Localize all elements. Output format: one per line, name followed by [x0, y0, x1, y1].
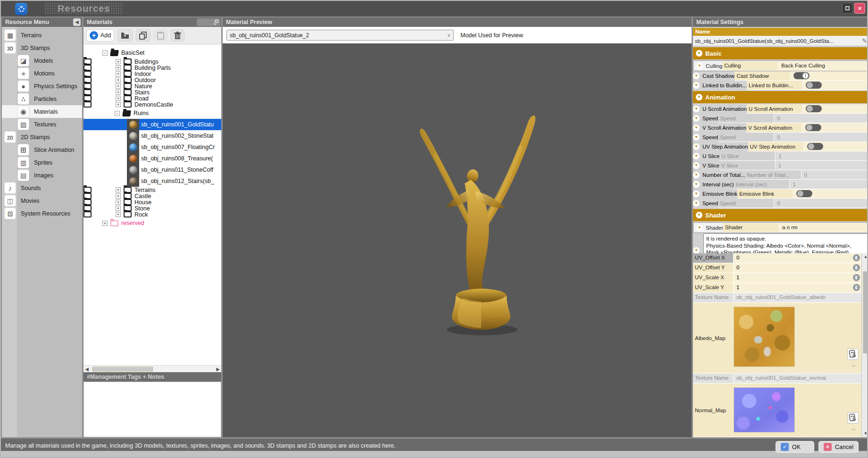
section-header[interactable]: ▼ Speed: [693, 133, 718, 142]
section-header[interactable]: ▼ Basic: [696, 50, 722, 57]
property-value[interactable]: 0 ▼: [774, 133, 868, 142]
window-menu-button[interactable]: [842, 3, 853, 14]
tree-expander[interactable]: +: [116, 65, 121, 70]
sidebar-item[interactable]: System Resources: [2, 207, 82, 220]
ok-button[interactable]: ✓ OK: [776, 441, 814, 453]
section-header[interactable]: ▼ Linked to Buildin...: [693, 81, 747, 90]
material-name-field[interactable]: sb_obj_ruins001_GoldStatue(sb_obj_ruins0…: [693, 36, 868, 46]
tree-expander[interactable]: +: [116, 212, 121, 217]
spinner-icon[interactable]: [853, 264, 860, 271]
tree-expander[interactable]: −: [115, 111, 120, 116]
sidebar-item[interactable]: Sounds: [2, 182, 82, 194]
sidebar-item[interactable]: Materials: [2, 105, 82, 118]
cancel-button[interactable]: × Cancel: [818, 441, 859, 453]
scroll-left-icon[interactable]: ◀: [83, 366, 90, 372]
paste-button[interactable]: [154, 29, 167, 42]
scroll-right-icon[interactable]: ▶: [215, 366, 221, 372]
sidebar-item[interactable]: Physics Settings: [2, 80, 82, 92]
property-value[interactable]: ▼: [803, 81, 868, 90]
tree-expander[interactable]: +: [116, 187, 121, 192]
section-header[interactable]: ▼ V Slice: [693, 161, 719, 170]
tree-row[interactable]: sb_obj_ruins007_FloatingCr: [83, 142, 221, 153]
add-button[interactable]: + Add: [86, 29, 114, 42]
scrollbar-thumb[interactable]: [863, 271, 868, 354]
edit-pencil-icon[interactable]: ✎: [862, 37, 867, 44]
uv-row[interactable]: UV_Offset Y 0: [693, 263, 861, 273]
tree-row[interactable]: sb_obj_ruins012_Stairs(sb_: [83, 175, 221, 187]
property-value[interactable]: ▼: [802, 123, 868, 133]
preview-model-dropdown[interactable]: sb_obj_ruins001_GoldStatue_2 ∨: [226, 30, 454, 41]
property-value[interactable]: 0 ▼: [774, 114, 868, 123]
tree-row[interactable]: sb_obj_ruins011_StoneCoff: [83, 164, 221, 175]
tree-expander[interactable]: +: [116, 193, 121, 199]
section-header[interactable]: ▼ Animation: [696, 94, 735, 101]
toggle-switch[interactable]: [806, 82, 822, 89]
section-header[interactable]: ▼ Shader: [696, 212, 726, 219]
tree-expander[interactable]: +: [116, 90, 121, 95]
texture-swap-button[interactable]: [847, 349, 859, 360]
tree-expander[interactable]: +: [116, 77, 121, 83]
toggle-switch[interactable]: [806, 105, 822, 112]
section-header[interactable]: ▼ Interval (sec): [693, 180, 734, 189]
toggle-switch[interactable]: [793, 72, 810, 79]
sidebar-item[interactable]: Movies: [2, 194, 82, 207]
settings-vertical-scrollbar[interactable]: ▲ ▼: [861, 253, 868, 437]
tree-expander[interactable]: +: [116, 96, 121, 101]
uv-value-field[interactable]: 1: [734, 273, 861, 283]
section-header[interactable]: ▼ Cast Shadow: [693, 71, 734, 81]
tree-expander[interactable]: +: [116, 206, 121, 211]
property-value[interactable]: ▼: [793, 189, 868, 199]
toggle-switch[interactable]: [805, 124, 821, 131]
tree-horizontal-scrollbar[interactable]: ◀ ▶: [83, 365, 221, 372]
section-header[interactable]: ▼ UV Step Animation: [693, 142, 748, 151]
tree-row[interactable]: − Ruins: [83, 108, 221, 119]
notes-area[interactable]: [83, 382, 221, 437]
sidebar-item[interactable]: Terrains: [2, 29, 82, 42]
window-close-button[interactable]: ×: [854, 3, 865, 14]
duplicate-button[interactable]: [136, 29, 150, 42]
property-value[interactable]: 0 ▼: [801, 170, 868, 180]
scrollbar-thumb[interactable]: [92, 366, 153, 372]
sidebar-item[interactable]: Particles: [2, 92, 82, 105]
section-header[interactable]: ▼ Speed: [693, 199, 718, 208]
section-header[interactable]: ▼ Speed: [693, 114, 718, 123]
tree-expander[interactable]: +: [102, 221, 108, 226]
arrow-right-icon[interactable]: →: [850, 425, 856, 432]
sidebar-item[interactable]: Motions: [2, 67, 82, 80]
section-header[interactable]: ▼ V Scroll Animation: [693, 123, 746, 133]
property-value[interactable]: 1 ▼: [776, 151, 868, 161]
section-header[interactable]: ▼ Emissive Blink: [693, 189, 737, 199]
section-header[interactable]: ▼ Shader: [696, 225, 723, 231]
property-value[interactable]: ▼: [791, 71, 868, 81]
sidebar-collapse-button[interactable]: ◀: [73, 18, 81, 26]
scroll-down-icon[interactable]: ▼: [862, 430, 868, 437]
tree-expander[interactable]: +: [116, 59, 121, 64]
property-value[interactable]: 1 ▼: [776, 161, 868, 170]
sidebar-item[interactable]: Models: [2, 54, 82, 67]
tree-row[interactable]: + DemonsCastle: [83, 101, 92, 108]
sidebar-item[interactable]: Sprites: [2, 156, 82, 169]
uv-value-field[interactable]: 0: [734, 253, 861, 263]
tree-expander[interactable]: +: [116, 83, 121, 89]
tree-expander[interactable]: +: [116, 71, 121, 76]
section-header[interactable]: ▼ U Slice: [693, 151, 719, 161]
preview-viewport[interactable]: [223, 43, 692, 437]
tree-row[interactable]: + reserved: [83, 217, 221, 229]
sidebar-item[interactable]: 2D Stamps: [2, 131, 82, 143]
uv-value-field[interactable]: 0: [734, 263, 861, 273]
sidebar-item[interactable]: Slice Animation: [2, 143, 82, 156]
property-value[interactable]: ▼: [804, 142, 868, 151]
toggle-switch[interactable]: [796, 190, 812, 197]
sidebar-item[interactable]: Textures: [2, 118, 82, 131]
section-header[interactable]: ▼ Culling: [696, 63, 722, 69]
delete-button[interactable]: [171, 29, 184, 42]
property-value[interactable]: a n rm ▼: [779, 223, 868, 233]
toggle-switch[interactable]: [807, 143, 823, 150]
search-input[interactable]: [197, 18, 220, 26]
tree-row[interactable]: sb_obj_ruins001_GoldStatu: [83, 119, 221, 130]
spinner-icon[interactable]: [853, 274, 860, 281]
tree-expander[interactable]: +: [116, 102, 121, 107]
property-value[interactable]: Back Face Culling ▼: [778, 61, 868, 71]
property-value[interactable]: ▼: [803, 104, 868, 114]
texture-thumbnail[interactable]: [734, 307, 795, 367]
